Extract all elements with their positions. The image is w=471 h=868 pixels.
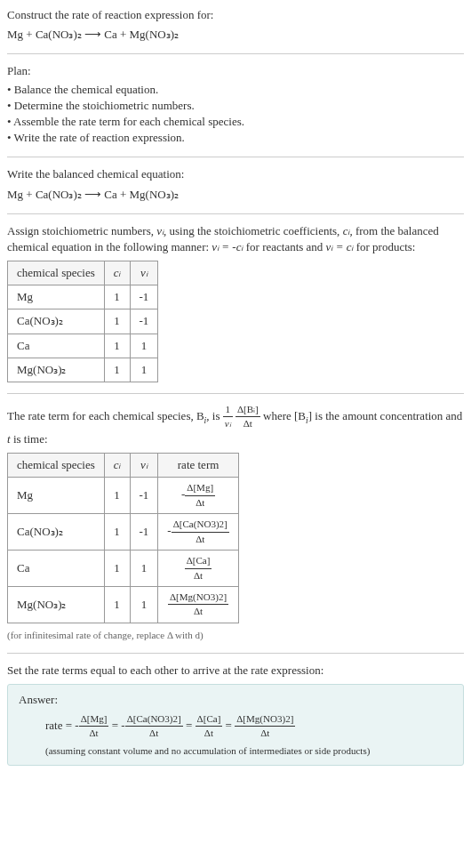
divider <box>7 213 464 214</box>
rate-term-table: chemical species cᵢ νᵢ rate term Mg 1 -1… <box>7 453 239 623</box>
cell-species: Mg <box>8 478 105 514</box>
fraction: Δ[Mg(NO3)2]Δt <box>235 712 295 741</box>
denominator: Δt <box>172 533 229 546</box>
table-row: Mg(NO₃)₂ 1 1 <box>8 358 158 382</box>
cell-c: 1 <box>104 478 130 514</box>
final-title: Set the rate terms equal to each other t… <box>7 663 464 679</box>
fraction: Δ[Ca]Δt <box>196 712 223 741</box>
col-c: cᵢ <box>104 454 130 478</box>
col-species: chemical species <box>8 261 105 285</box>
denominator: Δt <box>196 727 223 740</box>
plan-section: Plan: Balance the chemical equation. Det… <box>7 63 464 146</box>
cell-c: 1 <box>104 358 130 382</box>
cell-nu: -1 <box>130 285 158 309</box>
denominator: νᵢ <box>223 417 233 430</box>
cell-species: Ca(NO₃)₂ <box>8 309 105 334</box>
fraction: Δ[Mg(NO3)2]Δt <box>168 591 228 619</box>
cell-rate-term: -Δ[Ca(NO3)2]Δt <box>158 514 238 551</box>
text: , is <box>206 409 222 422</box>
denominator: Δt <box>236 417 260 430</box>
col-c: cᵢ <box>104 261 130 285</box>
table-row: Ca(NO₃)₂ 1 -1 <box>8 309 158 334</box>
cell-c: 1 <box>104 514 130 551</box>
plan-item: Assemble the rate term for each chemical… <box>7 114 464 130</box>
numerator: Δ[Mg(NO3)2] <box>168 591 228 605</box>
stoich-table: chemical species cᵢ νᵢ Mg 1 -1 Ca(NO₃)₂ … <box>7 261 158 382</box>
final-section: Set the rate terms equal to each other t… <box>7 663 464 766</box>
denominator: Δt <box>185 496 215 510</box>
rate-prefix: rate = <box>45 719 75 732</box>
fraction: Δ[Ca(NO3)2]Δt <box>172 518 229 546</box>
answer-note: (assuming constant volume and no accumul… <box>19 744 452 758</box>
text: where [B <box>260 409 306 422</box>
denominator: Δt <box>79 727 109 740</box>
text: Assign stoichiometric numbers, <box>7 224 156 237</box>
text: for products: <box>353 240 415 253</box>
cell-rate-term: Δ[Ca]Δt <box>158 551 238 587</box>
numerator: Δ[Mg] <box>185 481 215 495</box>
problem-equation: Mg + Ca(NO₃)₂ ⟶ Ca + Mg(NO₃)₂ <box>7 27 464 43</box>
stoich-section: Assign stoichiometric numbers, νᵢ, using… <box>7 223 464 382</box>
text: for reactants and <box>243 240 325 253</box>
numerator: 1 <box>223 403 233 417</box>
numerator: Δ[Ca] <box>196 712 223 727</box>
answer-label: Answer: <box>19 692 452 708</box>
divider <box>7 393 464 394</box>
plan-item: Write the rate of reaction expression. <box>7 130 464 146</box>
plan-item: Balance the chemical equation. <box>7 82 464 98</box>
cell-species: Mg(NO₃)₂ <box>8 587 105 623</box>
balanced-equation: Mg + Ca(NO₃)₂ ⟶ Ca + Mg(NO₃)₂ <box>7 187 464 203</box>
cell-c: 1 <box>104 551 130 587</box>
table-row: Mg 1 -1 <box>8 285 158 309</box>
cell-nu: 1 <box>130 587 158 623</box>
infinitesimal-note: (for infinitesimal rate of change, repla… <box>7 629 464 642</box>
answer-rate-expression: rate = -Δ[Mg]Δt = -Δ[Ca(NO3)2]Δt = Δ[Ca]… <box>19 712 452 741</box>
denominator: Δt <box>125 727 183 740</box>
col-nu: νᵢ <box>130 261 158 285</box>
table-row: Mg 1 -1 -Δ[Mg]Δt <box>8 478 239 514</box>
denominator: Δt <box>185 569 212 583</box>
denominator: Δt <box>168 605 228 618</box>
problem-title: Construct the rate of reaction expressio… <box>7 7 464 23</box>
cell-species: Ca <box>8 551 105 587</box>
fraction: Δ[Ca]Δt <box>185 554 212 583</box>
col-nu: νᵢ <box>130 454 158 478</box>
fraction: Δ[Ca(NO3)2]Δt <box>125 712 183 741</box>
plan-item: Determine the stoichiometric numbers. <box>7 98 464 114</box>
cell-nu: -1 <box>130 514 158 551</box>
equation-products: νᵢ = cᵢ <box>326 240 354 253</box>
rate-term-section: The rate term for each chemical species,… <box>7 403 464 642</box>
divider <box>7 53 464 54</box>
cell-c: 1 <box>104 309 130 334</box>
symbol-nu: νᵢ <box>156 224 164 237</box>
numerator: Δ[Mg] <box>79 712 109 727</box>
fraction: Δ[Mg]Δt <box>185 481 215 510</box>
cell-species: Ca <box>8 334 105 358</box>
divider <box>7 157 464 157</box>
stoich-intro: Assign stoichiometric numbers, νᵢ, using… <box>7 223 464 255</box>
cell-c: 1 <box>104 285 130 309</box>
text: The rate term for each chemical species,… <box>7 409 204 422</box>
cell-nu: 1 <box>130 358 158 382</box>
fraction: 1νᵢ <box>223 403 233 431</box>
cell-c: 1 <box>104 587 130 623</box>
cell-species: Mg(NO₃)₂ <box>8 358 105 382</box>
cell-rate-term: Δ[Mg(NO3)2]Δt <box>158 587 238 623</box>
col-species: chemical species <box>8 454 105 478</box>
text: , using the stoichiometric coefficients, <box>164 224 343 237</box>
plan-list: Balance the chemical equation. Determine… <box>7 82 464 147</box>
numerator: Δ[Ca] <box>185 554 212 568</box>
numerator: Δ[Mg(NO3)2] <box>235 712 295 727</box>
cell-rate-term: -Δ[Mg]Δt <box>158 478 238 514</box>
fraction: Δ[Mg]Δt <box>79 712 109 741</box>
divider <box>7 653 464 654</box>
cell-c: 1 <box>104 334 130 358</box>
fraction: Δ[Bᵢ]Δt <box>236 403 260 431</box>
plan-title: Plan: <box>7 63 464 79</box>
answer-box: Answer: rate = -Δ[Mg]Δt = -Δ[Ca(NO3)2]Δt… <box>7 684 464 765</box>
denominator: Δt <box>235 727 295 740</box>
table-row: Ca 1 1 Δ[Ca]Δt <box>8 551 239 587</box>
numerator: Δ[Ca(NO3)2] <box>172 518 229 532</box>
table-header-row: chemical species cᵢ νᵢ rate term <box>8 454 239 478</box>
balanced-title: Write the balanced chemical equation: <box>7 166 464 182</box>
